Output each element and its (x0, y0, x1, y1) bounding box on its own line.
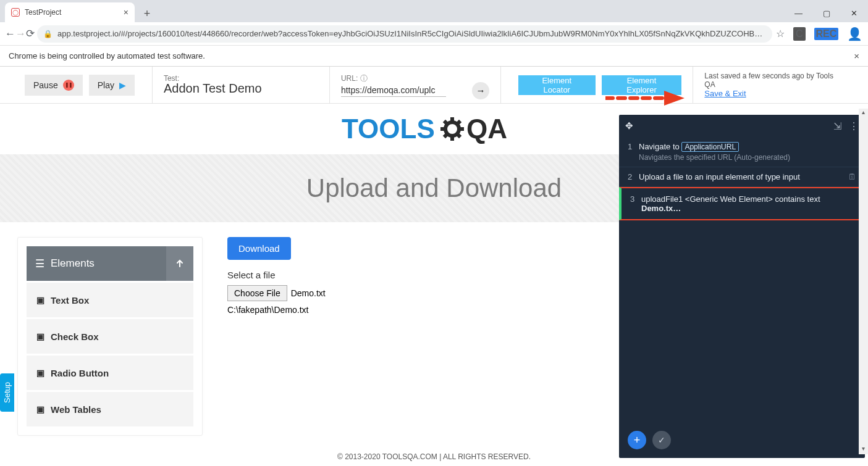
bookmark-icon[interactable]: ☆ (776, 28, 785, 40)
collapse-icon[interactable] (166, 246, 193, 281)
pause-label: Pause (33, 80, 58, 90)
step-title: uploadFile1 <Generic Web Element> contai… (641, 194, 855, 213)
address-bar[interactable]: 🔒 app.testproject.io/#/projects/160010/t… (37, 25, 772, 43)
test-name-block: Test: Addon Test Demo (164, 74, 318, 96)
step-row-2[interactable]: 2 Upload a file to an input element of t… (619, 167, 865, 187)
tab-close-icon[interactable]: × (124, 7, 129, 17)
infobar-close-icon[interactable]: × (854, 51, 859, 61)
svg-text:TOOLS: TOOLS (342, 114, 435, 144)
profile-icon[interactable]: 👤 (847, 27, 862, 41)
chosen-file-name: Demo.txt (291, 288, 326, 298)
page-scrollbar[interactable]: ▴ ▾ (859, 109, 868, 454)
minimize-panel-icon[interactable]: ⇲ (833, 120, 841, 132)
sidebar-item-label: Check Box (51, 331, 99, 342)
svg-point-3 (445, 122, 459, 136)
page-title: Upload and Download (306, 173, 562, 203)
step-parameter: ApplicationURL (681, 142, 739, 152)
select-file-label: Select a file (227, 270, 326, 280)
step-actions: + ✓ (628, 431, 671, 449)
scroll-up-icon[interactable]: ▴ (859, 109, 868, 118)
move-icon[interactable]: ✥ (625, 120, 633, 131)
sidebar-card: ☰ Elements ▣Text Box ▣Check Box ▣Radio B… (17, 237, 203, 436)
url-text: app.testproject.io/#/projects/160010/tes… (57, 29, 762, 38)
content-column: Download Select a file Choose File Demo.… (203, 237, 326, 436)
sidebar-item-label: Text Box (51, 295, 89, 306)
file-path-text: C:\fakepath\Demo.txt (227, 305, 326, 315)
item-icon: ▣ (36, 331, 44, 341)
choose-file-button[interactable]: Choose File (227, 285, 287, 301)
tab-title: TestProject (25, 8, 61, 17)
download-button[interactable]: Download (227, 237, 291, 260)
reload-icon[interactable]: ⟳ (26, 27, 35, 40)
save-exit-link[interactable]: Save & Exit (704, 89, 746, 98)
scroll-down-icon[interactable]: ▾ (859, 445, 868, 454)
svg-rect-4 (450, 117, 454, 122)
address-bar-row: ← → ⟳ 🔒 app.testproject.io/#/projects/16… (0, 22, 868, 46)
browser-tab[interactable]: ◯ TestProject × (5, 2, 135, 22)
favicon: ◯ (11, 8, 20, 17)
url-block: URL: ⓘ → (341, 73, 489, 97)
divider (329, 67, 330, 104)
step-number: 2 (628, 172, 639, 181)
play-button[interactable]: Play ▶ (89, 75, 135, 96)
step-number: 1 (628, 142, 639, 151)
steps-panel: ✥ ⇲ ⋮ 1 Navigate to ApplicationURL Navig… (619, 115, 865, 458)
svg-rect-5 (450, 136, 454, 141)
sidebar-item-checkbox[interactable]: ▣Check Box (27, 319, 193, 354)
step-row-3[interactable]: 3 uploadFile1 <Generic Web Element> cont… (622, 189, 864, 218)
lock-icon: 🔒 (43, 30, 53, 38)
back-icon[interactable]: ← (5, 28, 15, 40)
schedule-icon[interactable]: 🗓 (848, 172, 856, 181)
window-close-icon[interactable]: ✕ (840, 4, 868, 22)
divider (500, 67, 501, 104)
sidebar-header[interactable]: ☰ Elements (27, 246, 193, 281)
step-row-3-highlight: 3 uploadFile1 <Generic Web Element> cont… (619, 187, 865, 220)
sidebar-item-radiobutton[interactable]: ▣Radio Button (27, 356, 193, 390)
setup-tab[interactable]: Setup (0, 373, 14, 412)
automation-notice: Chrome is being controlled by automated … (9, 51, 205, 60)
test-name: Addon Test Demo (164, 81, 318, 96)
last-saved-text: Last saved a few seconds ago by Tools QA (704, 72, 843, 89)
step-title: Navigate to ApplicationURL (639, 142, 856, 151)
item-icon: ▣ (36, 404, 44, 414)
window-controls: — ▢ ✕ (785, 4, 868, 22)
extension-rec-badge[interactable]: REC (814, 28, 839, 40)
sidebar-item-textbox[interactable]: ▣Text Box (27, 283, 193, 317)
panel-menu-icon[interactable]: ⋮ (849, 120, 859, 132)
automation-info-bar: Chrome is being controlled by automated … (0, 46, 868, 67)
element-locator-button[interactable]: Element Locator (518, 75, 596, 95)
sidebar-title: Elements (51, 257, 95, 270)
sidebar-item-label: Web Tables (51, 404, 101, 415)
recorder-toolbar: Pause Play ▶ Test: Addon Test Demo URL: … (0, 67, 868, 104)
steps-panel-header[interactable]: ✥ ⇲ ⋮ (619, 115, 865, 137)
add-step-button[interactable]: + (628, 431, 646, 449)
browser-tab-strip: ◯ TestProject × + — ▢ ✕ (0, 0, 868, 22)
sidebar-item-webtables[interactable]: ▣Web Tables (27, 392, 193, 426)
pause-button[interactable]: Pause (25, 75, 83, 96)
svg-rect-6 (440, 127, 445, 131)
step-number: 3 (630, 194, 641, 204)
validate-step-button[interactable]: ✓ (652, 431, 671, 449)
navigate-go-button[interactable]: → (472, 82, 489, 99)
window-minimize-icon[interactable]: — (785, 4, 812, 22)
info-icon[interactable]: ⓘ (360, 74, 368, 83)
divider (693, 67, 693, 104)
save-block: Last saved a few seconds ago by Tools QA… (704, 72, 843, 98)
step-row-1[interactable]: 1 Navigate to ApplicationURL Navigates t… (619, 137, 865, 167)
step-subtitle: Navigates the specified URL (Auto-genera… (639, 153, 856, 162)
item-icon: ▣ (36, 368, 44, 378)
svg-text:QA: QA (466, 114, 507, 144)
menu-icon: ☰ (35, 257, 44, 270)
divider (152, 67, 153, 104)
svg-rect-7 (459, 127, 464, 131)
item-icon: ▣ (36, 295, 44, 305)
new-tab-button[interactable]: + (138, 5, 156, 22)
extension-c-icon[interactable]: C (793, 27, 806, 41)
forward-icon[interactable]: → (15, 28, 26, 40)
address-actions: ☆ C REC 👤 ⋮ (772, 27, 868, 41)
url-input[interactable] (341, 84, 446, 97)
play-icon: ▶ (119, 80, 126, 90)
record-indicator-icon (63, 80, 74, 91)
url-label: URL: ⓘ (341, 73, 489, 84)
window-maximize-icon[interactable]: ▢ (812, 4, 840, 22)
